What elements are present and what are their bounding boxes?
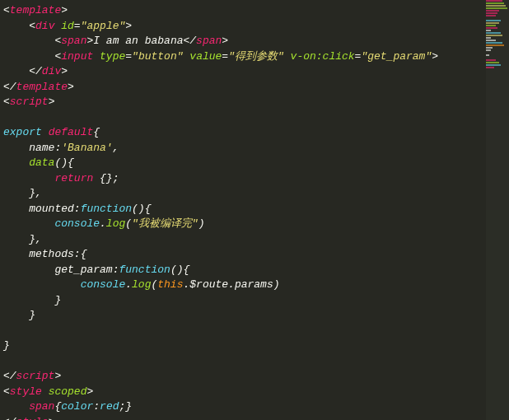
line: } [3, 339, 10, 352]
line: return {}; [3, 172, 119, 184]
line: <div id="apple"> [3, 20, 132, 32]
line: </template> [3, 81, 74, 93]
line: data(){ [3, 156, 74, 169]
line: mounted:function(){ [3, 203, 151, 215]
line [3, 324, 10, 337]
line: <span>I am an babana</span> [3, 35, 228, 47]
line: methods:{ [3, 248, 86, 260]
line: console.log(this.$route.params) [3, 278, 280, 291]
minimap[interactable] [486, 0, 509, 420]
line: console.log("我被编译完") [3, 217, 204, 230]
line: } [3, 309, 35, 321]
line: name:'Banana', [3, 142, 119, 154]
line: </style> [3, 416, 54, 421]
line [3, 111, 10, 124]
line: <style scoped> [3, 385, 93, 398]
line [3, 355, 10, 367]
line: <template> [3, 4, 68, 16]
line: export default{ [3, 126, 100, 138]
line: <input type="button" value="得到参数" v-on:c… [3, 50, 438, 63]
line: }, [3, 187, 42, 199]
line: </div> [3, 65, 68, 77]
line: get_param:function(){ [3, 264, 189, 276]
line: } [3, 294, 61, 306]
line: </script> [3, 370, 61, 382]
line: <script> [3, 96, 54, 108]
code-editor[interactable]: <template> <div id="apple"> <span>I am a… [0, 0, 509, 420]
line: span{color:red;} [3, 400, 132, 413]
line: }, [3, 233, 42, 245]
